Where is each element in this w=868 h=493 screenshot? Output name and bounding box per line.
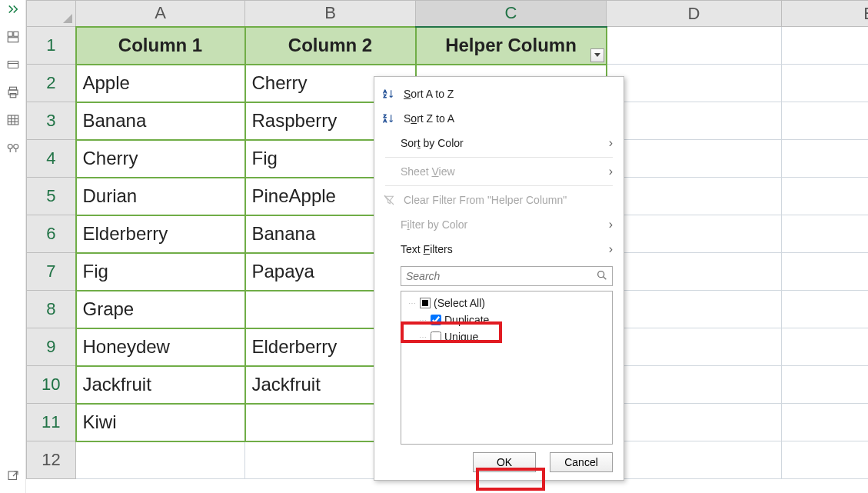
table-header-helper[interactable]: Helper Column: [416, 27, 607, 65]
menu-sort-za[interactable]: ZA Sort Z to A: [374, 106, 624, 131]
filter-search-input[interactable]: [401, 266, 613, 286]
cell[interactable]: [782, 215, 869, 253]
row-header-7[interactable]: 7: [27, 253, 76, 291]
filter-item-select-all-label: (Select All): [434, 297, 485, 309]
row-header-12[interactable]: 12: [27, 441, 76, 479]
expand-panel-icon[interactable]: [5, 2, 21, 17]
cell[interactable]: [76, 441, 245, 479]
printer-icon[interactable]: [5, 85, 21, 100]
filter-dropdown-menu: AZ Sort A to Z ZA Sort Z to A Sort by Co…: [374, 76, 624, 481]
col-header-E[interactable]: E: [782, 1, 869, 27]
row-header-10[interactable]: 10: [27, 366, 76, 404]
menu-filter-by-color: Filter by Color ›: [374, 212, 624, 237]
menu-sort-by-color-label: Sort by Color: [401, 137, 601, 149]
cell[interactable]: [782, 178, 869, 215]
menu-sort-az[interactable]: AZ Sort A to Z: [374, 82, 624, 106]
cell[interactable]: [607, 65, 782, 102]
filter-checkbox-unique[interactable]: [431, 331, 441, 342]
table-icon[interactable]: [5, 112, 21, 128]
dashboard-icon[interactable]: [5, 29, 21, 45]
select-all-corner[interactable]: [27, 1, 76, 27]
cell-A8[interactable]: Grape: [76, 291, 245, 328]
svg-text:A: A: [384, 89, 387, 94]
col-header-D[interactable]: D: [607, 1, 782, 27]
row-header-1[interactable]: 1: [27, 27, 76, 65]
chevron-right-icon: ›: [609, 165, 613, 178]
row-header-6[interactable]: 6: [27, 215, 76, 253]
cell[interactable]: [607, 27, 782, 65]
menu-sort-by-color[interactable]: Sort by Color ›: [374, 131, 624, 155]
cell-A9[interactable]: Honeydew: [76, 328, 245, 366]
menu-text-filters[interactable]: Text Filters ›: [374, 237, 624, 261]
cell-A6[interactable]: Elderberry: [76, 215, 245, 253]
filter-item-select-all[interactable]: ⋯ (Select All): [406, 295, 607, 311]
cell[interactable]: [607, 178, 782, 215]
cell[interactable]: [607, 328, 782, 366]
share-icon[interactable]: [5, 468, 21, 484]
cancel-button[interactable]: Cancel: [550, 452, 613, 472]
ok-button[interactable]: OK: [473, 452, 536, 472]
cell[interactable]: [782, 253, 869, 291]
clear-filter-icon: [382, 194, 396, 206]
row-header-9[interactable]: 9: [27, 328, 76, 366]
row-header-8[interactable]: 8: [27, 291, 76, 328]
cell[interactable]: [782, 140, 869, 178]
table-header-col2[interactable]: Column 2: [245, 27, 416, 65]
search-icon: [596, 269, 608, 284]
filter-search-box: [401, 266, 613, 286]
cell[interactable]: [782, 102, 869, 140]
chevron-right-icon: ›: [609, 218, 613, 232]
filter-item-duplicate[interactable]: ⋯ Duplicate: [406, 311, 607, 328]
cell[interactable]: [607, 140, 782, 178]
cell[interactable]: [782, 291, 869, 328]
cell[interactable]: [782, 404, 869, 441]
cell-A11[interactable]: Kiwi: [76, 404, 245, 441]
filter-dropdown-button[interactable]: [590, 48, 604, 62]
filter-checkbox-duplicate[interactable]: [431, 315, 441, 325]
cell[interactable]: [782, 328, 869, 366]
filter-item-unique[interactable]: ⋯ Unique: [406, 328, 607, 345]
svg-line-24: [604, 277, 607, 280]
menu-sort-az-label: Sort A to Z: [404, 88, 613, 100]
cell[interactable]: [782, 65, 869, 102]
svg-rect-7: [10, 94, 16, 98]
row-header-4[interactable]: 4: [27, 140, 76, 178]
cell[interactable]: [782, 27, 869, 65]
row-header-5[interactable]: 5: [27, 178, 76, 215]
filter-values-list[interactable]: ⋯ (Select All) ⋯ Duplicate ⋯ Unique: [401, 291, 613, 445]
row-header-2[interactable]: 2: [27, 65, 76, 102]
card-icon[interactable]: [5, 57, 21, 72]
cell[interactable]: [607, 215, 782, 253]
svg-point-23: [598, 271, 604, 278]
cell[interactable]: [782, 441, 869, 479]
cell[interactable]: [607, 366, 782, 404]
sort-za-icon: ZA: [382, 112, 396, 125]
chevron-right-icon: ›: [609, 242, 613, 256]
cell-A10[interactable]: Jackfruit: [76, 366, 245, 404]
row-header-11[interactable]: 11: [27, 404, 76, 441]
menu-text-filters-label: Text Filters: [401, 243, 601, 255]
table-header-col1[interactable]: Column 1: [76, 27, 245, 65]
tree-collapse-icon: ⋯: [406, 299, 417, 308]
cell[interactable]: [607, 253, 782, 291]
tree-leaf-icon: ⋯: [417, 316, 427, 325]
row-header-3[interactable]: 3: [27, 102, 76, 140]
cell-A2[interactable]: Apple: [76, 65, 245, 102]
menu-clear-filter: Clear Filter From "Helper Column": [374, 188, 624, 212]
col-header-A[interactable]: A: [76, 1, 245, 27]
cell[interactable]: [607, 441, 782, 479]
cell[interactable]: [782, 366, 869, 404]
col-header-C[interactable]: C: [416, 1, 607, 27]
cell[interactable]: [607, 291, 782, 328]
find-icon[interactable]: [5, 140, 21, 155]
cell[interactable]: [607, 102, 782, 140]
cell[interactable]: [607, 404, 782, 441]
menu-sheet-view-label: Sheet View: [401, 165, 601, 178]
cell-A3[interactable]: Banana: [76, 102, 245, 140]
cell-A5[interactable]: Durian: [76, 178, 245, 215]
cell-A4[interactable]: Cherry: [76, 140, 245, 178]
cell-A7[interactable]: Fig: [76, 253, 245, 291]
svg-text:Z: Z: [384, 94, 387, 98]
side-panel-strip: [0, 0, 26, 493]
col-header-B[interactable]: B: [245, 1, 416, 27]
